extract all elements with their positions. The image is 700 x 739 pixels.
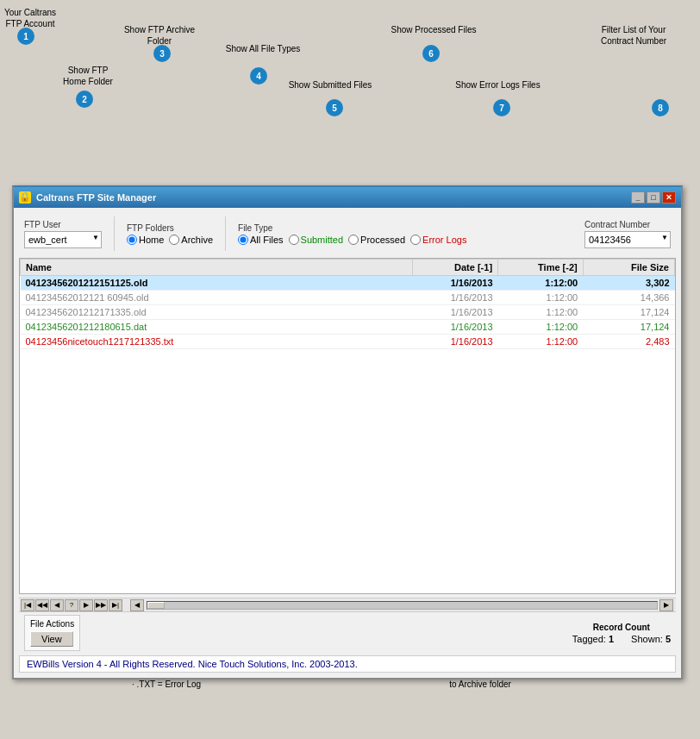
- ft-error-logs-label: Error Logs: [422, 235, 466, 245]
- file-date-cell: 1/16/2013: [413, 335, 498, 349]
- scroll-left-button[interactable]: ◀: [130, 599, 144, 611]
- ftp-user-group: FTP User ewb_cert: [24, 220, 102, 248]
- col-time-header[interactable]: Time [-2]: [498, 260, 584, 276]
- nav-prev-fast-button[interactable]: ◀◀: [35, 599, 49, 611]
- file-size-cell: 17,124: [583, 320, 674, 335]
- folder-home-radio[interactable]: [127, 235, 137, 245]
- file-list-container: Name Date [-1] Time [-2] File Size: [19, 258, 676, 594]
- file-type-radio-group: All Files Submitted Processed Error Logs: [238, 235, 466, 245]
- file-size-cell: 17,124: [583, 305, 674, 320]
- contract-number-select[interactable]: 04123456: [584, 231, 671, 248]
- file-name-cell: 04123456201212180615.dat: [21, 320, 413, 335]
- ann-text-7: Show Error Logs Files: [448, 79, 547, 91]
- table-row[interactable]: 04123456nicetouch1217121335.txt 1/16/201…: [21, 335, 675, 349]
- footer-text: EWBills Version 4 - All Rights Reserved.…: [27, 659, 358, 669]
- ftp-folders-group: FTP Folders Home Archive: [127, 223, 213, 245]
- ft-all-label: All Files: [250, 235, 284, 245]
- file-table: Name Date [-1] Time [-2] File Size: [20, 259, 675, 349]
- circle-4: 4: [250, 67, 267, 85]
- file-type-group: File Type All Files Submitted Processed: [238, 223, 466, 245]
- window-title: Caltrans FTP Site Manager: [36, 192, 156, 203]
- ftp-folders-radio-group: Home Archive: [127, 235, 213, 245]
- window-body: FTP User ewb_cert FTP Folders Home: [14, 208, 681, 678]
- folder-home-option[interactable]: Home: [127, 235, 164, 245]
- ft-error-logs-option[interactable]: Error Logs: [410, 235, 466, 245]
- scroll-thumb[interactable]: [147, 602, 165, 609]
- horizontal-scrollbar[interactable]: [147, 601, 658, 610]
- circle-8: 8: [652, 99, 669, 116]
- file-date-cell: 1/16/2013: [413, 291, 498, 305]
- ft-all-option[interactable]: All Files: [238, 235, 284, 245]
- ft-error-logs-radio[interactable]: [410, 235, 421, 245]
- ann-text-6: Show Processed Files: [386, 24, 481, 35]
- file-size-cell: 14,366: [583, 291, 674, 305]
- close-button[interactable]: ✕: [662, 191, 676, 204]
- ann-text-3: Show FTP Archive Folder: [112, 24, 207, 47]
- file-date-cell: 1/16/2013: [413, 276, 498, 291]
- ft-submitted-option[interactable]: Submitted: [289, 235, 344, 245]
- table-row[interactable]: 04123456201212171335.old 1/16/2013 1:12:…: [21, 305, 675, 320]
- nav-first-button[interactable]: |◀: [21, 599, 34, 611]
- folder-home-label: Home: [139, 235, 164, 245]
- separator-1: [114, 216, 115, 251]
- table-row[interactable]: 04123456201212151125.old 1/16/2013 1:12:…: [21, 276, 675, 291]
- footer-bar: EWBills Version 4 - All Rights Reserved.…: [19, 655, 676, 673]
- maximize-button[interactable]: □: [647, 191, 660, 204]
- navigation-bar: |◀ ◀◀ ◀ ? ▶ ▶▶ ▶| ◀ ▶: [19, 598, 676, 611]
- ann-text-5: Show Submitted Files: [283, 79, 378, 91]
- col-name-header[interactable]: Name: [21, 260, 413, 276]
- nav-help-button[interactable]: ?: [65, 599, 78, 611]
- file-type-label: File Type: [238, 223, 466, 233]
- contract-number-group: Contract Number 04123456: [584, 220, 671, 248]
- scroll-right-button[interactable]: ▶: [659, 599, 673, 611]
- folder-archive-radio[interactable]: [169, 235, 179, 245]
- file-name-cell: 04123456201212171335.old: [21, 305, 413, 320]
- file-date-cell: 1/16/2013: [413, 320, 498, 335]
- col-date-header[interactable]: Date [-1]: [413, 260, 498, 276]
- ft-processed-radio[interactable]: [348, 235, 359, 245]
- circle-6: 6: [422, 45, 440, 62]
- circle-5: 5: [326, 99, 343, 116]
- ftp-user-select[interactable]: ewb_cert: [24, 231, 102, 248]
- ft-processed-option[interactable]: Processed: [348, 235, 405, 245]
- minimize-button[interactable]: _: [631, 191, 645, 204]
- file-size-cell: 2,483: [583, 335, 674, 349]
- file-time-cell: 1:12:00: [498, 320, 584, 335]
- contract-number-select-wrapper: 04123456: [584, 231, 671, 248]
- nav-next-fast-button[interactable]: ▶▶: [94, 599, 108, 611]
- col-size-header[interactable]: File Size: [583, 260, 674, 276]
- separator-2: [225, 216, 226, 251]
- ann-text-4: Show All File Types: [220, 43, 306, 54]
- view-button[interactable]: View: [30, 631, 73, 647]
- nav-last-button[interactable]: ▶|: [109, 599, 122, 611]
- file-time-cell: 1:12:00: [498, 305, 584, 320]
- circle-1: 1: [17, 28, 34, 45]
- controls-row: FTP User ewb_cert FTP Folders Home: [19, 213, 676, 254]
- main-window: 🔒 Caltrans FTP Site Manager _ □ ✕ FTP Us…: [12, 185, 683, 680]
- ft-all-radio[interactable]: [238, 235, 248, 245]
- file-name-cell: 04123456201212151125.old: [21, 276, 413, 291]
- table-header: Name Date [-1] Time [-2] File Size: [21, 260, 675, 276]
- folder-archive-option[interactable]: Archive: [169, 235, 213, 245]
- ft-submitted-radio[interactable]: [289, 235, 299, 245]
- nav-prev-button[interactable]: ◀: [50, 599, 64, 611]
- ann-text-1: Your CaltransFTP Account: [0, 7, 60, 29]
- record-count-group: Record Count Tagged: 1 Shown: 5: [572, 623, 671, 644]
- circle-7: 7: [493, 99, 510, 116]
- circle-3: 3: [153, 45, 171, 62]
- contract-number-label: Contract Number: [584, 220, 671, 229]
- status-row: File Actions View Record Count Tagged: 1…: [19, 611, 676, 654]
- table-row[interactable]: 04123456201212180615.dat 1/16/2013 1:12:…: [21, 320, 675, 335]
- file-name-cell: 041234562012121 60945.old: [21, 291, 413, 305]
- nav-next-button[interactable]: ▶: [79, 599, 93, 611]
- app-icon: 🔒: [19, 191, 31, 204]
- ftp-user-label: FTP User: [24, 220, 102, 229]
- file-size-cell: 3,302: [583, 276, 674, 291]
- ftp-user-select-wrapper: ewb_cert: [24, 231, 102, 248]
- file-date-cell: 1/16/2013: [413, 305, 498, 320]
- table-row[interactable]: 041234562012121 60945.old 1/16/2013 1:12…: [21, 291, 675, 305]
- ann-text-2: Show FTPHome Folder: [53, 65, 122, 87]
- tagged-label: Tagged: 1: [572, 634, 614, 644]
- file-actions-label: File Actions: [30, 619, 74, 629]
- tagged-value: 1: [609, 634, 614, 644]
